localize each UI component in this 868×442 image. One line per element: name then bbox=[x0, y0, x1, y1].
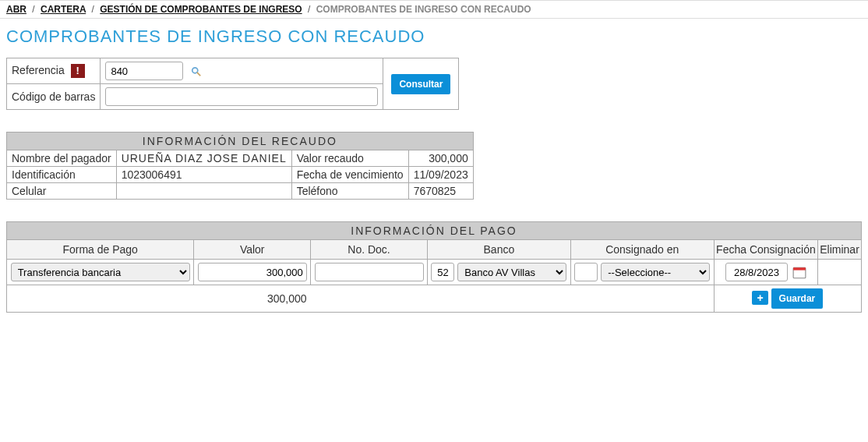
due-date-label: Fecha de vencimiento bbox=[291, 167, 408, 183]
recaudo-header: INFORMACIÓN DEL RECAUDO bbox=[7, 133, 474, 150]
col-eliminar: Eliminar bbox=[818, 240, 862, 260]
ident-value: 1023006491 bbox=[116, 167, 291, 183]
consult-button[interactable]: Consultar bbox=[391, 74, 450, 94]
pago-header: INFORMACIÓN DEL PAGO bbox=[7, 222, 862, 240]
breadcrumb: ABR / CARTERA / GESTIÓN DE COMPROBANTES … bbox=[0, 0, 868, 19]
search-icon[interactable] bbox=[191, 66, 202, 77]
page-title: COMPROBANTES DE INGRESO CON RECAUDO bbox=[0, 19, 868, 58]
col-doc: No. Doc. bbox=[311, 240, 428, 260]
payer-name-label: Nombre del pagador bbox=[7, 150, 117, 167]
tel-value: 7670825 bbox=[408, 183, 473, 200]
reference-label: Referencia ! bbox=[7, 58, 101, 84]
cel-label: Celular bbox=[7, 183, 117, 200]
breadcrumb-current: COMPROBANTES DE INGRESO CON RECAUDO bbox=[316, 4, 531, 15]
col-consignado: Consignado en bbox=[570, 240, 714, 260]
breadcrumb-link[interactable]: GESTIÓN DE COMPROBANTES DE INGRESO bbox=[100, 4, 302, 15]
svg-line-1 bbox=[197, 72, 200, 76]
reference-input[interactable] bbox=[105, 62, 183, 80]
tel-label: Teléfono bbox=[291, 183, 408, 200]
search-table: Referencia ! Consultar Código de barras bbox=[6, 58, 459, 110]
cel-value bbox=[116, 183, 291, 200]
breadcrumb-link[interactable]: CARTERA bbox=[41, 4, 86, 15]
table-row: Transferencia bancaria Banco AV Villas -… bbox=[7, 260, 862, 285]
calendar-icon[interactable] bbox=[792, 266, 806, 280]
breadcrumb-link[interactable]: ABR bbox=[6, 4, 26, 15]
col-fecha: Fecha Consignación bbox=[714, 240, 817, 260]
delete-cell bbox=[818, 260, 862, 285]
consignment-date-input[interactable] bbox=[725, 263, 788, 281]
barcode-input[interactable] bbox=[105, 87, 378, 106]
add-row-button[interactable]: + bbox=[752, 291, 767, 305]
bank-select[interactable]: Banco AV Villas bbox=[457, 263, 566, 281]
col-valor: Valor bbox=[194, 240, 311, 260]
recaudo-value-label: Valor recaudo bbox=[291, 150, 408, 167]
payer-name-value: URUEÑA DIAZ JOSE DANIEL bbox=[116, 150, 291, 167]
col-forma: Forma de Pago bbox=[7, 240, 194, 260]
doc-number-input[interactable] bbox=[315, 263, 424, 281]
svg-point-0 bbox=[192, 68, 198, 73]
payment-method-select[interactable]: Transferencia bancaria bbox=[11, 263, 190, 281]
recaudo-table: INFORMACIÓN DEL RECAUDO Nombre del pagad… bbox=[6, 132, 474, 200]
consigned-select[interactable]: --Seleccione-- bbox=[601, 263, 710, 281]
barcode-label: Código de barras bbox=[7, 84, 101, 110]
due-date-value: 11/09/2023 bbox=[408, 167, 473, 183]
total-value: 300,000 bbox=[10, 292, 711, 305]
payment-value-input[interactable] bbox=[198, 263, 307, 281]
recaudo-value: 300,000 bbox=[408, 150, 473, 167]
alert-icon: ! bbox=[71, 64, 85, 78]
col-banco: Banco bbox=[427, 240, 570, 260]
ident-label: Identificación bbox=[7, 167, 117, 183]
save-button[interactable]: Guardar bbox=[771, 288, 824, 309]
bank-code-input[interactable] bbox=[431, 263, 454, 281]
svg-rect-3 bbox=[793, 267, 806, 270]
consigned-code-input[interactable] bbox=[574, 263, 598, 281]
pago-table: INFORMACIÓN DEL PAGO Forma de Pago Valor… bbox=[6, 221, 862, 313]
